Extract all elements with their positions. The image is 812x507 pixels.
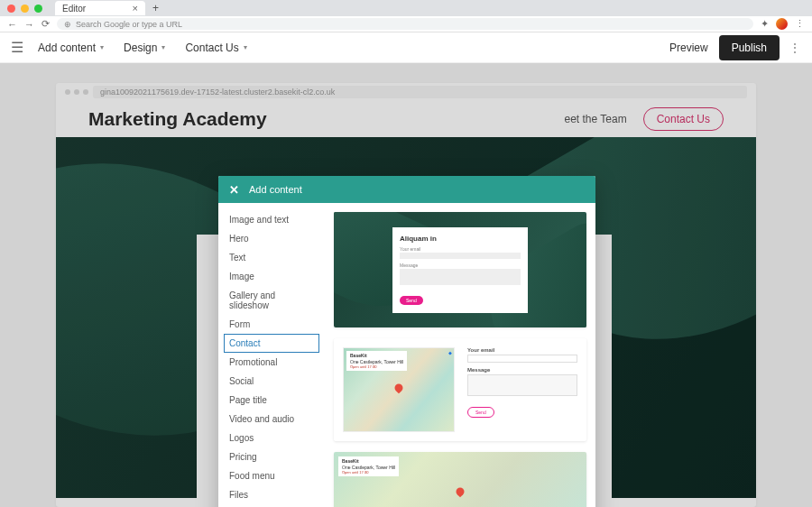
- minimize-window-icon[interactable]: [21, 5, 29, 13]
- category-image-and-text[interactable]: Image and text: [218, 210, 325, 229]
- category-promotional[interactable]: Promotional: [218, 353, 325, 372]
- chevron-down-icon: ▾: [100, 43, 104, 51]
- category-food-menu[interactable]: Food menu: [218, 466, 325, 485]
- address-input[interactable]: ⊕ Search Google or type a URL: [57, 18, 753, 30]
- form-heading: Aliquam in: [400, 235, 521, 243]
- send-button: Send: [400, 296, 423, 305]
- new-tab-icon[interactable]: +: [152, 2, 159, 14]
- add-content-menu[interactable]: Add content ▾: [38, 41, 104, 54]
- email-label: Your email: [400, 246, 521, 252]
- design-menu[interactable]: Design ▾: [124, 41, 165, 54]
- browser-tab-strip: Editor × +: [0, 0, 812, 16]
- contact-us-menu[interactable]: Contact Us ▾: [185, 41, 246, 54]
- browser-menu-icon[interactable]: ⋮: [795, 18, 805, 30]
- editor-canvas: gina10092021175619.dev-17152-latest.clus…: [0, 63, 812, 507]
- message-input: [400, 269, 521, 285]
- category-files[interactable]: Files: [218, 485, 325, 504]
- chevron-down-icon: ▾: [244, 43, 247, 51]
- category-text[interactable]: Text: [218, 248, 325, 267]
- address-placeholder: Search Google or type a URL: [76, 20, 182, 29]
- preview-list[interactable]: Aliquam in Your email Message Send BaseK…: [325, 203, 595, 507]
- contact-template-map-form[interactable]: BaseKit One Castlepark, Tower Hill Open …: [334, 338, 586, 441]
- app-toolbar: ☰ Add content ▾ Design ▾ Contact Us ▾ Pr…: [0, 32, 812, 63]
- category-page-title[interactable]: Page title: [218, 391, 325, 410]
- category-pricing[interactable]: Pricing: [218, 447, 325, 466]
- category-logos[interactable]: Logos: [218, 429, 325, 447]
- contact-template-wide-map[interactable]: BaseKit One Castlepark, Tower Hill Open …: [334, 452, 586, 507]
- close-tab-icon[interactable]: ×: [133, 3, 138, 14]
- traffic-lights: [7, 5, 42, 13]
- category-hero[interactable]: Hero: [218, 229, 325, 248]
- publish-button[interactable]: Publish: [719, 35, 780, 60]
- email-label: Your email: [467, 347, 577, 353]
- chevron-down-icon: ▾: [161, 43, 165, 51]
- category-contact[interactable]: Contact: [224, 334, 319, 353]
- browser-address-bar: ← → ⟳ ⊕ Search Google or type a URL ✦ ⋮: [0, 16, 812, 32]
- extensions-icon[interactable]: ✦: [761, 18, 769, 30]
- category-image[interactable]: Image: [218, 267, 325, 286]
- hamburger-icon[interactable]: ☰: [11, 39, 23, 56]
- send-button: Send: [467, 407, 494, 418]
- contact-us-label: Contact Us: [185, 41, 238, 54]
- message-label: Message: [467, 367, 577, 373]
- directions-icon: ◆: [448, 350, 452, 355]
- back-icon[interactable]: ←: [7, 19, 17, 30]
- modal-title: Add content: [249, 184, 302, 195]
- map-hours: Open until 17:30: [342, 470, 395, 475]
- more-menu-icon[interactable]: ⋮: [789, 41, 801, 55]
- tab-title: Editor: [62, 4, 86, 14]
- contact-template-form[interactable]: Aliquam in Your email Message Send: [334, 212, 586, 327]
- search-icon: ⊕: [64, 20, 71, 29]
- map-marker-icon: [393, 383, 405, 394]
- message-input: [467, 374, 577, 396]
- email-input: [400, 253, 521, 259]
- category-social[interactable]: Social: [218, 372, 325, 391]
- close-icon[interactable]: ✕: [229, 183, 239, 197]
- email-input: [467, 355, 577, 363]
- profile-avatar[interactable]: [776, 18, 788, 30]
- category-list: Image and textHeroTextImageGallery and s…: [218, 203, 325, 507]
- maximize-window-icon[interactable]: [34, 5, 42, 13]
- category-video-and-audio[interactable]: Video and audio: [218, 410, 325, 429]
- map-preview: BaseKit One Castlepark, Tower Hill Open …: [343, 347, 455, 432]
- forward-icon[interactable]: →: [24, 19, 34, 30]
- reload-icon[interactable]: ⟳: [42, 18, 50, 30]
- add-content-modal: ✕ Add content Image and textHeroTextImag…: [218, 176, 595, 507]
- map-hours: Open until 17:30: [350, 364, 403, 369]
- browser-tab[interactable]: Editor ×: [55, 1, 145, 15]
- map-marker-icon: [455, 485, 466, 497]
- close-window-icon[interactable]: [7, 5, 15, 13]
- add-content-label: Add content: [38, 41, 96, 54]
- preview-button[interactable]: Preview: [669, 41, 708, 54]
- modal-header: ✕ Add content: [218, 176, 595, 203]
- design-label: Design: [124, 41, 157, 54]
- category-gallery-and-slideshow[interactable]: Gallery and slideshow: [218, 286, 325, 315]
- category-form[interactable]: Form: [218, 315, 325, 334]
- message-label: Message: [400, 263, 521, 268]
